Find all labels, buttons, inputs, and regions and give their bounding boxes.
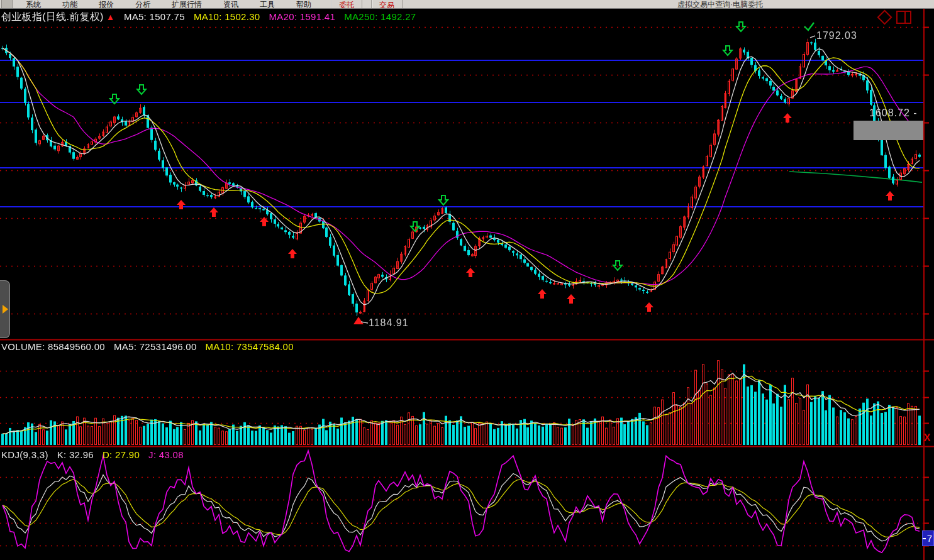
menu-item[interactable]: 工具 [249, 0, 286, 9]
expand-arrow-icon [3, 305, 8, 314]
volume-pane-header: VOLUME: 85849560.00MA5: 72531496.00MA10:… [1, 341, 303, 352]
menu-item[interactable]: 功能 [52, 0, 88, 9]
menu-item[interactable]: 帮助 [286, 0, 322, 9]
volume-ma5-readout: MA5: 72531496.00 [114, 341, 197, 352]
ma250-readout: MA250: 1492.27 [344, 11, 416, 22]
low-price-label: 1184.91 [369, 317, 409, 329]
trend-up-icon: ▲ [106, 12, 115, 22]
sidebar-expand-tab[interactable] [0, 280, 10, 338]
volume-ma10-readout: MA10: 73547584.00 [206, 341, 294, 352]
kdj-j-readout: J: 43.08 [148, 449, 184, 460]
chart-canvas[interactable] [0, 0, 934, 560]
order-button[interactable]: 委托 [331, 0, 362, 9]
menu-item[interactable]: 资讯 [213, 0, 249, 9]
trading-app-window: 系统功能报价分析扩展行情资讯工具帮助 委托 交易 虚拟交易中查询·电脑委托 创业… [0, 0, 934, 560]
kdj-k-readout: K: 32.96 [57, 449, 94, 460]
main-pane-header: 创业板指(日线.前复权)▲MA5: 1507.75MA10: 1502.30MA… [1, 11, 425, 24]
diamond-icon[interactable] [877, 9, 892, 25]
ma20-readout: MA20: 1591.41 [269, 11, 336, 22]
kdj-d-readout: D: 27.90 [103, 449, 140, 460]
chart-title: 创业板指(日线.前复权) [1, 11, 104, 22]
menu-bar: 系统功能报价分析扩展行情资讯工具帮助 委托 交易 虚拟交易中查询·电脑委托 [0, 0, 934, 9]
kdj-pane-header: KDJ(9,3,3)K: 32.96D: 27.90J: 43.08 [1, 449, 192, 460]
menu-item[interactable]: 报价 [88, 0, 125, 9]
high-price-label: 1792.03 [816, 30, 857, 41]
selection-box [853, 121, 923, 140]
split-window-icon[interactable] [896, 11, 911, 24]
menu-item[interactable]: 系统 [15, 0, 52, 9]
badge-dash [923, 538, 926, 539]
ma10-readout: MA10: 1502.30 [194, 11, 260, 22]
volume-readout: VOLUME: 85849560.00 [1, 341, 105, 352]
menu-item[interactable]: 分析 [125, 0, 161, 9]
scroll-badge: 7 [922, 530, 934, 546]
pane-corner-icons [879, 11, 911, 24]
ma5-readout: MA5: 1507.75 [124, 11, 185, 22]
last-price-label: 1608.72 - [869, 107, 918, 119]
kdj-name: KDJ(9,3,3) [1, 449, 48, 460]
trade-button[interactable]: 交易 [371, 0, 403, 9]
pane-close-x[interactable]: X [924, 432, 931, 444]
status-text: 虚拟交易中查询·电脑委托 [677, 0, 763, 9]
app-logo-icon [1, 0, 13, 9]
menu-item[interactable]: 扩展行情 [161, 0, 213, 9]
